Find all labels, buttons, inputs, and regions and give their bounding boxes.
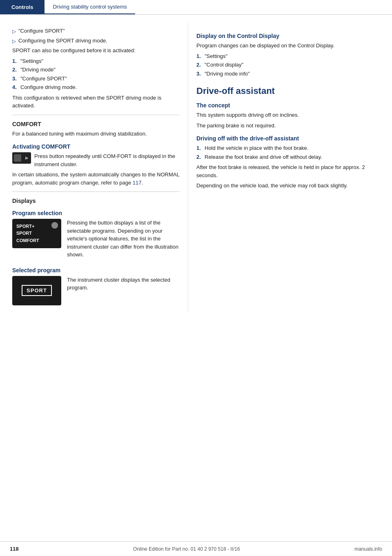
program-selection-desc: Pressing the button displays a list of t…	[67, 219, 180, 259]
display-step-text-3: "Driving mode info"	[205, 70, 249, 78]
right-column: Display on the Control Display Program c…	[188, 23, 384, 312]
controls-label: Controls	[11, 4, 33, 10]
concept-desc-2: The parking brake is not required.	[196, 122, 376, 130]
sport-step-2: 2. "Driving mode"	[12, 66, 180, 74]
selected-program-desc: The instrument cluster displays the sele…	[67, 276, 180, 292]
display-step-3: 3. "Driving mode info"	[196, 70, 376, 78]
comfort-period: .	[142, 180, 143, 186]
driveoff-heading: Drive-off assistant	[196, 86, 376, 96]
display-step-num-2: 2.	[196, 61, 205, 69]
bullet-text-2: Configuring the SPORT driving mode.	[18, 37, 107, 45]
prog-line-2: SPORT	[16, 230, 32, 237]
display-heading: Display on the Control Display	[196, 33, 376, 39]
activating-comfort-heading: Activating COMFORT	[12, 143, 180, 150]
driving-off-steps-list: 1. Hold the vehicle in place with the fo…	[196, 144, 376, 161]
page-number: 118	[10, 546, 19, 552]
footer-right-text: manuals.info	[354, 546, 382, 552]
prog-line-1: SPORT+	[16, 223, 34, 230]
page-ref-link[interactable]: 117	[133, 180, 142, 186]
displays-heading: Displays	[12, 198, 180, 204]
divider-2	[12, 191, 180, 192]
driving-off-heading: Driving off with the drive-off assistant	[196, 135, 376, 142]
sport-steps-list: 1. "Settings" 2. "Driving mode" 3. "Conf…	[12, 57, 180, 91]
display-step-num-1: 1.	[196, 52, 205, 60]
step-num-1: 1.	[12, 57, 20, 65]
program-selection-row: SPORT+ SPORT COMFORT Pressing the button…	[12, 219, 180, 261]
comfort-heading: COMFORT	[12, 121, 180, 127]
sport-display-image: SPORT	[12, 276, 61, 305]
sport-step-4: 4. Configure driving mode.	[12, 83, 180, 91]
bullet-arrow-icon: ▷	[12, 28, 16, 35]
program-selection-heading: Program selection	[12, 210, 180, 216]
bullet-item-1: ▷ "Configure SPORT"	[12, 27, 180, 35]
selected-program-row: SPORT The instrument cluster displays th…	[12, 276, 180, 305]
program-selection-image: SPORT+ SPORT COMFORT	[12, 219, 61, 248]
footer-center-text: Online Edition for Part no. 01 40 2 970 …	[133, 546, 240, 552]
main-content: ▷ "Configure SPORT" ▷ Configuring the SP…	[0, 15, 392, 312]
display-step-text-1: "Settings"	[205, 52, 227, 60]
page-header: Controls Driving stability control syste…	[0, 0, 392, 15]
comfort-press-text: Press button repeatedly until COM-FORT i…	[34, 152, 180, 168]
divider-1	[12, 115, 180, 115]
comfort-situations-main: In certain situations, the system automa…	[12, 171, 179, 186]
step-num-3: 3.	[12, 75, 20, 83]
bullet-item-2: ▷ Configuring the SPORT driving mode.	[12, 37, 180, 45]
sport-retrieved-text: This configuration is retrieved when the…	[12, 94, 180, 110]
driving-off-num-2: 2.	[196, 153, 205, 161]
driving-off-text-1: Hold the vehicle in place with the foot …	[205, 144, 308, 152]
display-step-2: 2. "Control display"	[196, 61, 376, 69]
bullet-arrow-icon-2: ▷	[12, 38, 16, 45]
display-step-num-3: 3.	[196, 70, 205, 78]
display-step-1: 1. "Settings"	[196, 52, 376, 60]
sport-config-text: SPORT can also be configured before it i…	[12, 47, 180, 55]
comfort-button-image	[12, 152, 31, 164]
concept-heading: The concept	[196, 102, 376, 109]
display-step-text-2: "Control display"	[205, 61, 243, 69]
step-text-4: Configure driving mode.	[20, 83, 77, 91]
prog-line-3: COMFORT	[16, 237, 39, 245]
comfort-situations-text: In certain situations, the system automa…	[12, 171, 180, 187]
driving-off-text-2: Release the foot brake and drive off wit…	[205, 153, 322, 161]
sport-badge: SPORT	[22, 285, 52, 296]
section-title-text: Driving stability control systems	[53, 4, 127, 10]
header-section-title: Driving stability control systems	[45, 0, 135, 14]
display-steps-list: 1. "Settings" 2. "Control display" 3. "D…	[196, 52, 376, 78]
step-text-1: "Settings"	[20, 57, 43, 65]
display-desc: Program changes can be displayed on the …	[196, 42, 376, 50]
page-footer: 118 Online Edition for Part no. 01 40 2 …	[0, 541, 392, 556]
step-num-2: 2.	[12, 66, 20, 74]
driving-off-num-1: 1.	[196, 144, 205, 152]
step-text-3: "Configure SPORT"	[20, 75, 67, 83]
driving-off-step-2: 2. Release the foot brake and drive off …	[196, 153, 376, 161]
selected-program-heading: Selected program	[12, 267, 180, 274]
sport-step-3: 3. "Configure SPORT"	[12, 75, 180, 83]
prog-settings-icon	[51, 222, 58, 229]
comfort-desc: For a balanced tuning with maximum drivi…	[12, 130, 180, 138]
bullet-text-1: "Configure SPORT"	[18, 27, 65, 35]
driving-off-step-1: 1. Hold the vehicle in place with the fo…	[196, 144, 376, 152]
header-controls-tab: Controls	[0, 0, 45, 14]
left-column: ▷ "Configure SPORT" ▷ Configuring the SP…	[0, 23, 188, 312]
sport-step-1: 1. "Settings"	[12, 57, 180, 65]
concept-desc-1: This system supports driving off on incl…	[196, 111, 376, 119]
comfort-button-row: Press button repeatedly until COM-FORT i…	[12, 152, 180, 168]
after-text: After the foot brake is released, the ve…	[196, 163, 376, 179]
depending-text: Depending on the vehicle load, the vehic…	[196, 182, 376, 190]
step-num-4: 4.	[12, 83, 20, 91]
step-text-2: "Driving mode"	[20, 66, 56, 74]
